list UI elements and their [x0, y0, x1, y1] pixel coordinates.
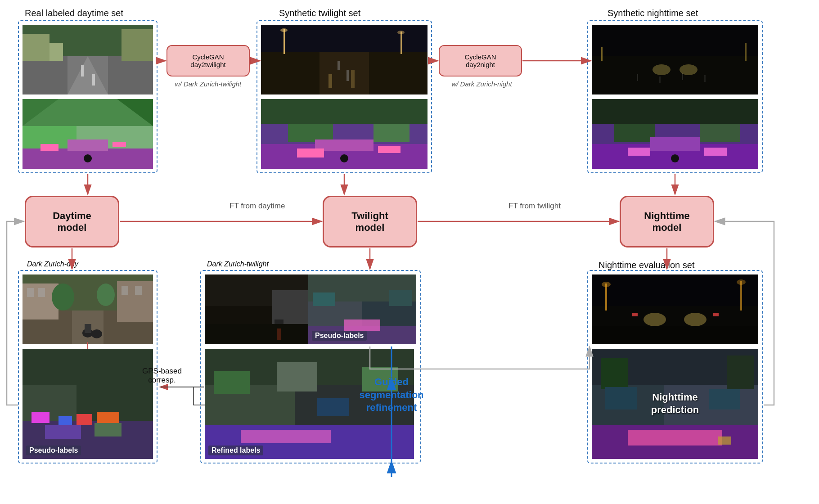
- twilight-model-label: Twilightmodel: [351, 210, 388, 234]
- svg-rect-36: [378, 146, 400, 153]
- svg-rect-115: [632, 313, 638, 316]
- svg-rect-74: [58, 416, 72, 425]
- seg-dot-night: [671, 154, 679, 162]
- svg-rect-14: [40, 144, 58, 151]
- pseudo-labels-dztwi: Pseudo-labels: [312, 331, 367, 341]
- svg-rect-109: [605, 284, 607, 310]
- svg-rect-88: [277, 328, 281, 340]
- svg-rect-43: [682, 73, 683, 80]
- svg-rect-20: [320, 52, 369, 94]
- svg-point-112: [737, 279, 746, 285]
- wdz-night-text: w/ Dark Zurich-night: [431, 80, 532, 88]
- nighttime-model-label: Nighttimemodel: [644, 210, 689, 234]
- pseudo-labels-dzday: Pseudo-labels: [26, 446, 81, 455]
- svg-rect-78: [94, 423, 122, 436]
- daytime-model-label: Daytimemodel: [53, 210, 91, 234]
- ft-from-daytime-label: FT from daytime: [230, 202, 285, 211]
- img-dztwi-pseudolabels: Pseudo-labels: [308, 274, 416, 344]
- svg-rect-32: [288, 124, 333, 142]
- cyclegan-day2night-label: CycleGANday2night: [464, 53, 496, 68]
- svg-rect-96: [313, 292, 335, 306]
- svg-rect-5: [92, 74, 95, 86]
- svg-rect-63: [135, 286, 142, 295]
- seg-dot-twi: [340, 154, 348, 162]
- svg-rect-102: [241, 430, 331, 443]
- guided-segmentation-text: Guidedsegmentationrefinement: [340, 376, 443, 414]
- svg-point-24: [397, 31, 405, 34]
- svg-rect-23: [400, 32, 402, 54]
- cyclegan-day2night: CycleGANday2night: [439, 45, 522, 76]
- img-twilight-seg: [261, 99, 428, 169]
- svg-point-113: [644, 313, 666, 326]
- svg-point-110: [602, 282, 611, 287]
- svg-rect-35: [297, 148, 324, 158]
- svg-rect-116: [713, 313, 719, 316]
- svg-rect-97: [389, 290, 412, 306]
- svg-rect-60: [38, 288, 45, 297]
- svg-rect-62: [122, 286, 128, 295]
- svg-rect-38: [592, 56, 758, 94]
- svg-rect-42: [659, 76, 661, 83]
- gps-label: GPS-basedcorresp.: [128, 367, 196, 385]
- svg-rect-27: [338, 61, 340, 70]
- cyclegan-day2twilight-label: CycleGANday2twilight: [190, 53, 225, 68]
- img-daytime-road: [22, 25, 153, 94]
- svg-rect-65: [85, 324, 91, 333]
- img-dzday-seg: Pseudo-labels: [22, 349, 153, 459]
- svg-rect-103: [214, 371, 250, 394]
- svg-rect-51: [700, 124, 740, 142]
- svg-rect-33: [374, 124, 410, 142]
- svg-point-67: [52, 284, 74, 310]
- img-nighteval-photo: [592, 274, 758, 344]
- label-real-daytime: Real labeled daytime set: [25, 8, 123, 18]
- seg-dot-day: [84, 154, 92, 162]
- daytime-model-box: Daytimemodel: [25, 196, 119, 248]
- svg-rect-127: [718, 436, 731, 445]
- svg-rect-45: [601, 47, 603, 61]
- wdz-twilight-text: w/ Dark Zurich-twilight: [158, 80, 259, 88]
- img-twilight-road: [261, 25, 428, 94]
- svg-rect-6: [22, 34, 50, 61]
- svg-rect-28: [346, 70, 349, 81]
- svg-rect-75: [76, 414, 92, 425]
- ft-from-twilight-label: FT from twilight: [508, 202, 561, 211]
- svg-rect-52: [650, 137, 700, 151]
- nighttime-prediction-overlay: Nighttime prediction: [634, 391, 717, 417]
- dzday-label: Dark Zurich-day: [27, 260, 78, 268]
- dztwi-label: Dark Zurich-twilight: [207, 260, 269, 268]
- nighteval-label: Nighttime evaluation set: [598, 260, 694, 270]
- svg-rect-50: [614, 124, 655, 142]
- img-nighteval-pred: Nighttime prediction: [592, 349, 758, 459]
- cyclegan-day2twilight: CycleGANday2twilight: [166, 45, 250, 76]
- svg-rect-59: [27, 288, 34, 297]
- svg-rect-73: [32, 412, 50, 423]
- svg-rect-29: [261, 99, 428, 124]
- svg-rect-123: [601, 358, 628, 389]
- img-dzday-photo: [22, 274, 153, 344]
- svg-rect-54: [704, 148, 727, 156]
- svg-rect-95: [344, 320, 380, 331]
- label-synthetic-night: Synthetic nighttime set: [608, 8, 698, 18]
- refined-labels-dztwi: Refined labels: [208, 446, 263, 455]
- nighttime-model-box: Nighttimemodel: [620, 196, 714, 248]
- svg-rect-47: [592, 99, 758, 124]
- svg-rect-122: [628, 430, 722, 446]
- img-nighttime-seg: [592, 99, 758, 169]
- svg-rect-15: [112, 142, 126, 147]
- main-diagram: Real labeled daytime set Synthetic twili…: [0, 0, 819, 504]
- svg-rect-44: [704, 75, 706, 82]
- svg-rect-124: [727, 356, 754, 389]
- svg-rect-8: [50, 43, 63, 61]
- svg-rect-111: [740, 281, 742, 310]
- img-daytime-seg: [22, 99, 153, 169]
- svg-rect-125: [605, 387, 637, 410]
- svg-rect-46: [745, 43, 747, 61]
- svg-rect-117: [592, 326, 758, 344]
- svg-rect-13: [68, 140, 108, 151]
- label-synthetic-twilight: Synthetic twilight set: [279, 8, 360, 18]
- svg-point-68: [97, 284, 115, 306]
- svg-point-39: [652, 64, 670, 75]
- img-nighttime-road: [592, 25, 758, 94]
- svg-rect-25: [328, 74, 332, 88]
- svg-point-22: [280, 28, 288, 32]
